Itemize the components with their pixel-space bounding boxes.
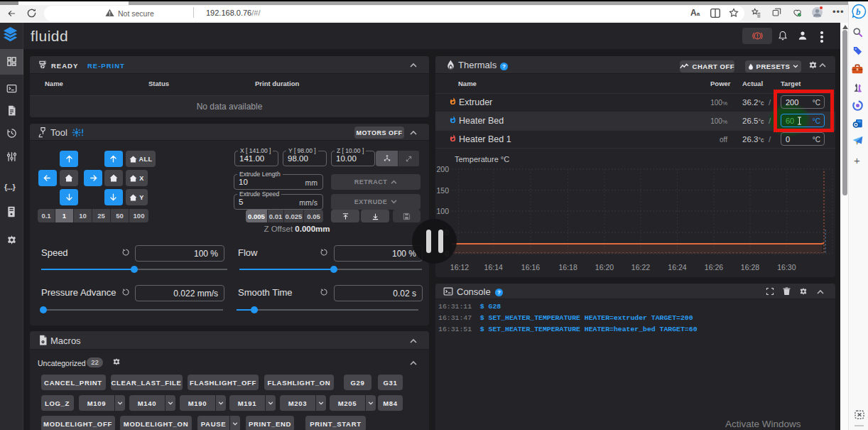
svg-text:16:12: 16:12 [450,263,469,272]
svg-text:16:18: 16:18 [558,263,577,272]
svg-text:16:30: 16:30 [777,263,796,272]
svg-text:100: 100 [436,207,449,215]
svg-text:200: 200 [436,165,449,173]
svg-text:16:16: 16:16 [521,263,540,272]
svg-text:16:20: 16:20 [595,263,614,272]
svg-text:16:28: 16:28 [741,263,759,272]
svg-text:16:14: 16:14 [484,263,503,272]
svg-text:16:26: 16:26 [705,263,723,272]
svg-text:150: 150 [436,186,449,195]
svg-text:16:22: 16:22 [631,263,650,272]
svg-text:b: b [856,6,861,17]
svg-text:16:24: 16:24 [668,263,686,272]
